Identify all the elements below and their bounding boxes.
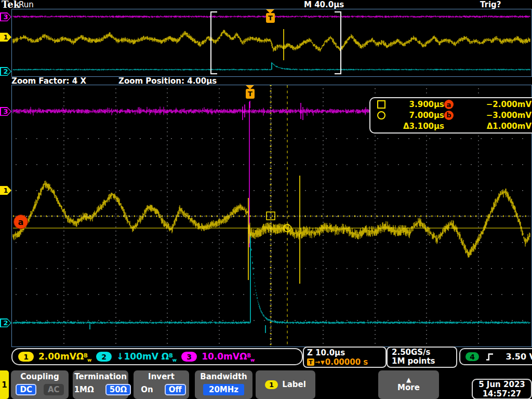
coupling-button[interactable]: CouplingDCAC: [11, 370, 69, 399]
channel-1-badge[interactable]: 1: [18, 352, 34, 362]
overview-ch2-ground-marker: 2: [0, 67, 11, 76]
option-1mω[interactable]: 1MΩ: [70, 384, 98, 395]
main-ch1-ground-marker: 1: [0, 186, 11, 195]
bandwidth-button[interactable]: Bandwidth20MHz: [195, 370, 252, 399]
option-50ω[interactable]: 50Ω: [105, 384, 131, 395]
menu-button-title: Invert: [148, 372, 175, 382]
trigger-level-readout: 3.50 V: [506, 352, 532, 362]
overview-ch1-ground-marker: 1: [0, 33, 11, 42]
overview-ch3-ground-marker: 3: [0, 12, 11, 21]
cursor-a-square-icon: [377, 100, 385, 109]
trigger-t-icon: T: [307, 358, 314, 366]
menu-button-title: Coupling: [20, 372, 59, 382]
channel-3-scale-readout: 10.0mVΩBw: [202, 351, 255, 363]
menu-button-title: Bandwidth: [200, 372, 247, 382]
channel-3-badge[interactable]: 3: [181, 352, 197, 362]
channel-1-badge: 1: [265, 380, 278, 389]
termination-button[interactable]: Termination1MΩ50Ω: [73, 370, 128, 399]
option-20mhz[interactable]: 20MHz: [203, 384, 244, 395]
label-button[interactable]: 1Label: [256, 370, 315, 399]
acquisition-status: Run: [19, 0, 34, 9]
option-ac[interactable]: AC: [44, 384, 64, 395]
menu-button-title: Termination: [74, 372, 127, 382]
cursor-time-value: Δ3.100µs: [391, 122, 444, 131]
cursor-a-badge: a: [444, 100, 454, 109]
channel-1-scale-readout: 2.00mVΩBw: [38, 351, 91, 363]
sample-rate-readout: 2.50GS/s: [392, 348, 452, 357]
trigger-readout-box: 4 3.50 V: [459, 348, 532, 365]
cursor-time-value: 7.000µs: [391, 111, 444, 120]
acquisition-readout-box: 2.50GS/s 1M points: [387, 347, 457, 368]
record-length-readout: 1M points: [392, 357, 452, 366]
cursor-voltage-value: Δ1.000mV: [465, 122, 531, 131]
cursor-voltage-value: −2.000mV: [465, 100, 531, 109]
invert-button[interactable]: InvertOnOff: [134, 370, 189, 399]
main-timebase-readout: M 40.0µs: [304, 0, 344, 9]
horizontal-readout-box: Z 10.0µs T→▼0.00000 s: [303, 347, 387, 368]
time-readout: 14:57:27: [473, 389, 531, 398]
date-readout: 5 Jun 2023: [473, 380, 531, 389]
channel-2-scale-readout: ↓100mV ΩBw: [116, 351, 177, 363]
cursor-readout-box: 3.900µsa−2.000mV7.000µsb−3.000mVΔ3.100µs…: [369, 97, 532, 134]
rising-edge-icon: [486, 353, 494, 361]
main-trigger-badge[interactable]: T: [246, 89, 255, 99]
menu-channel-tab: 1: [0, 370, 9, 399]
zoom-timebase-readout: Z 10.0µs: [307, 348, 382, 357]
cursor-a-marker-badge[interactable]: a: [14, 215, 28, 229]
chevron-up-icon: ▲: [406, 377, 411, 383]
main-ch2-ground-marker: 2: [0, 318, 11, 327]
trigger-position-readout: T→▼0.00000 s: [307, 357, 382, 367]
option-on[interactable]: On: [137, 384, 157, 395]
menu-button-title: Label: [282, 380, 306, 390]
channel-2-badge[interactable]: 2: [96, 352, 112, 362]
cursor-b-circle-icon: [377, 111, 385, 119]
trigger-source-badge: 4: [466, 352, 479, 361]
option-dc[interactable]: DC: [16, 384, 36, 395]
datetime-box: 5 Jun 2023 14:57:27: [472, 379, 532, 399]
more-button[interactable]: ▲ More: [378, 370, 439, 399]
channel-scale-readouts[interactable]: 12.00mVΩBw2↓100mV ΩBw310.0mVΩBw: [11, 348, 303, 365]
option-off[interactable]: Off: [165, 384, 186, 395]
main-ch3-ground-marker: 3: [0, 107, 11, 116]
cursor-voltage-value: −3.000mV: [465, 111, 531, 120]
cursor-time-value: 3.900µs: [391, 100, 444, 109]
trigger-status: Trig?: [480, 0, 501, 9]
overview-trigger-badge[interactable]: T: [266, 13, 275, 23]
cursor-b-badge: b: [444, 111, 454, 120]
oscilloscope-screen: Tek Run M 40.0µs Trig? 3 1 2 T Zoom Fact…: [0, 0, 532, 399]
